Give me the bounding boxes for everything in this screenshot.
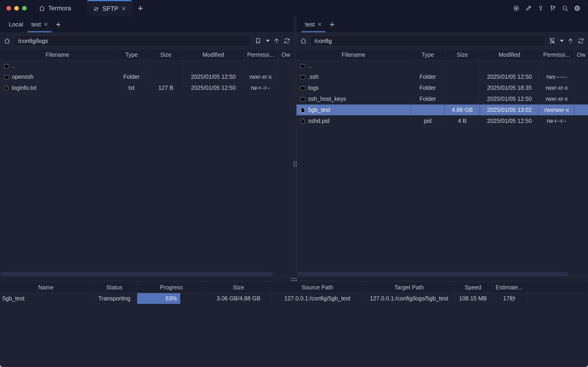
left-path-input[interactable] xyxy=(14,36,251,46)
transfer-status: Transporting xyxy=(92,293,137,304)
folder-icon xyxy=(300,96,306,102)
file-row-loginfo-txt[interactable]: loginfo.txt txt 127 B 2025/01/05 12:50 r… xyxy=(0,83,294,93)
file-name: openssh xyxy=(12,74,34,80)
tab-sftp[interactable]: SFTP xyxy=(87,0,132,17)
scrollbar-thumb[interactable] xyxy=(1,272,273,276)
file-row-ssh-host-keys[interactable]: ssh_host_keys Folder 2025/01/05 12:50 rw… xyxy=(297,93,588,105)
column-header-target-path[interactable]: Target Path xyxy=(363,282,455,293)
transfer-table: Name Status Progress Size Source Path Ta… xyxy=(0,282,588,304)
right-pathbar xyxy=(296,33,588,49)
edit-icon[interactable] xyxy=(525,5,532,12)
refresh-icon[interactable] xyxy=(577,37,584,44)
column-header-modified[interactable]: Modified xyxy=(183,49,243,60)
transfer-speed: 108.15 MB xyxy=(455,293,491,304)
file-name: ssh_host_keys xyxy=(308,96,346,102)
branch-icon[interactable] xyxy=(549,5,556,12)
column-header-filler xyxy=(527,282,588,293)
transfer-row-5gb-test[interactable]: 5gb_test Transporting 63% 3.06 GB/4.88 G… xyxy=(0,293,588,304)
tab-termora-home[interactable]: Termora xyxy=(33,0,77,17)
chevron-down-icon[interactable] xyxy=(266,40,270,42)
bookmark-off-icon[interactable] xyxy=(549,37,556,44)
column-header-size[interactable]: Size xyxy=(148,49,183,60)
file-row-logs[interactable]: logs Folder 2025/01/05 18:35 rwxr-xr-x xyxy=(297,83,588,93)
file-name: .ssh xyxy=(308,74,319,80)
column-header-size[interactable]: Size xyxy=(445,49,480,60)
divider xyxy=(264,37,264,45)
right-bookmark-group xyxy=(549,37,564,45)
titlebar-spacer xyxy=(148,0,513,17)
column-header-filename[interactable]: Filename xyxy=(297,49,411,60)
transfer-size: 3.06 GB/4.88 GB xyxy=(206,293,272,304)
right-new-tab-button[interactable] xyxy=(326,17,338,32)
splitter-grip-icon[interactable] xyxy=(291,278,297,281)
column-header-permissions[interactable]: Permissi... xyxy=(243,49,278,60)
column-header-status[interactable]: Status xyxy=(92,282,137,293)
divider xyxy=(558,37,558,45)
column-header-estimate[interactable]: Estimate... xyxy=(491,282,527,293)
tab-local[interactable]: Local xyxy=(5,17,27,32)
column-header-size[interactable]: Size xyxy=(206,282,272,293)
transfer-estimate: 17秒 xyxy=(491,293,527,304)
app-window: Termora SFTP Local test xyxy=(0,0,588,367)
column-header-owner[interactable]: Ow xyxy=(574,49,588,60)
tab-test-left[interactable]: test xyxy=(27,17,52,32)
right-panel-tabs: test xyxy=(296,17,588,33)
app-tab-label: Termora xyxy=(48,5,71,12)
close-test-tab-left-icon[interactable] xyxy=(44,21,48,28)
zoom-window-button[interactable] xyxy=(22,6,27,11)
column-header-name[interactable]: Name xyxy=(0,282,92,293)
settings-icon[interactable] xyxy=(574,5,581,12)
up-directory-icon[interactable] xyxy=(567,37,574,44)
right-horizontal-scrollbar[interactable] xyxy=(296,272,588,276)
transfer-source-path: 127.0.0.1:/config/5gb_test xyxy=(272,293,363,304)
panel-splitter[interactable] xyxy=(294,17,296,277)
column-header-modified[interactable]: Modified xyxy=(480,49,539,60)
new-tab-button[interactable] xyxy=(132,0,148,17)
chevron-down-icon[interactable] xyxy=(560,40,564,42)
transfer-queue: Name Status Progress Size Source Path Ta… xyxy=(0,277,588,367)
column-header-source-path[interactable]: Source Path xyxy=(272,282,363,293)
column-header-filename[interactable]: Filename xyxy=(0,49,115,60)
column-header-type[interactable]: Type xyxy=(411,49,445,60)
file-row-sshd-pid[interactable]: sshd.pid pid 4 B 2025/01/05 12:50 rw-r--… xyxy=(297,116,588,126)
file-row-openssh[interactable]: openssh Folder 2025/01/05 12:50 rwxr-xr-… xyxy=(0,71,294,83)
file-row-parent-dir[interactable]: .. xyxy=(297,60,588,71)
close-window-button[interactable] xyxy=(7,6,11,11)
right-file-table: Filename Type Size Modified Permissi... … xyxy=(296,49,588,126)
file-row-ssh[interactable]: .ssh Folder 2025/01/05 12:50 rwx------ xyxy=(297,71,588,83)
file-name: loginfo.txt xyxy=(12,84,36,91)
transfer-name: 5gb_test xyxy=(0,293,92,304)
column-header-progress[interactable]: Progress xyxy=(137,282,206,293)
close-sftp-tab-icon[interactable] xyxy=(121,6,126,12)
refresh-icon[interactable] xyxy=(283,37,290,44)
sftp-panels: Local test xyxy=(0,17,588,277)
home-icon[interactable] xyxy=(300,37,307,44)
folder-icon xyxy=(300,74,306,80)
minimize-window-button[interactable] xyxy=(14,6,19,11)
home-icon[interactable] xyxy=(4,37,11,44)
folder-icon xyxy=(300,85,306,91)
record-icon[interactable] xyxy=(513,5,520,12)
progress-bar: 63% xyxy=(137,293,180,304)
tab-test-right[interactable]: test xyxy=(301,17,326,32)
scrollbar-thumb[interactable] xyxy=(297,272,569,276)
folder-icon xyxy=(3,63,9,69)
right-panel: test xyxy=(296,17,588,277)
up-directory-icon[interactable] xyxy=(273,37,280,44)
bookmark-icon[interactable] xyxy=(255,37,262,44)
key-icon[interactable] xyxy=(537,5,544,12)
right-path-input[interactable] xyxy=(310,36,545,46)
column-header-type[interactable]: Type xyxy=(115,49,148,60)
close-test-tab-right-icon[interactable] xyxy=(317,21,322,28)
column-header-permissions[interactable]: Permissi... xyxy=(539,49,574,60)
column-header-owner[interactable]: Ow xyxy=(278,49,294,60)
file-row-5gb-test-selected[interactable]: 5gb_test 4.88 GB 2025/01/05 13:02 rwxrwx… xyxy=(297,105,588,116)
right-file-table-area: Filename Type Size Modified Permissi... … xyxy=(296,49,588,277)
left-horizontal-scrollbar[interactable] xyxy=(0,272,294,276)
left-panel-tabs: Local test xyxy=(0,17,294,33)
transfer-target-path: 127.0.0.1:/config/logs/5gb_test xyxy=(363,293,455,304)
search-icon[interactable] xyxy=(562,5,569,12)
column-header-speed[interactable]: Speed xyxy=(455,282,491,293)
left-new-tab-button[interactable] xyxy=(52,17,64,32)
file-row-parent-dir[interactable]: .. xyxy=(0,60,294,71)
